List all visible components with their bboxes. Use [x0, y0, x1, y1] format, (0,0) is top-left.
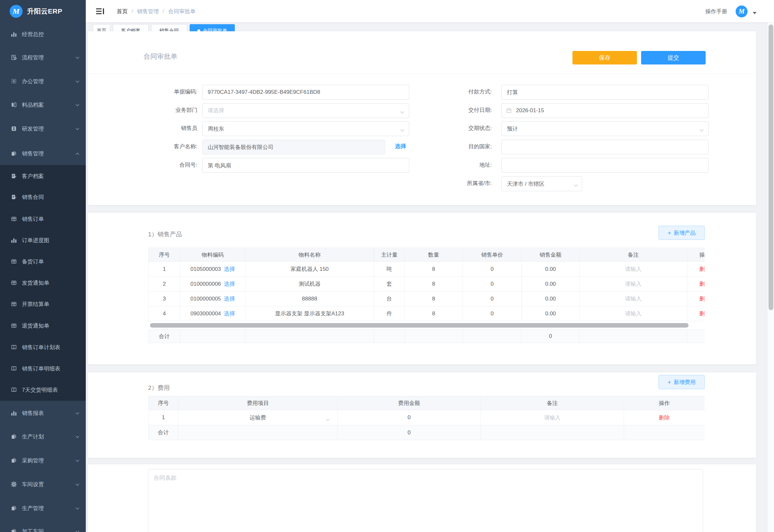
tab-home[interactable]: 首页 [93, 24, 110, 32]
manual-link[interactable]: 操作手册 [705, 8, 727, 15]
breadcrumb-sales-mgmt[interactable]: 销售管理 [137, 8, 159, 15]
sidebar-item-invoicing-settlement[interactable]: 开票结算单 [0, 295, 86, 313]
cell-price[interactable]: 0 [463, 291, 522, 306]
col-seq: 序号 [149, 396, 178, 410]
cell-qty[interactable]: 8 [405, 277, 463, 291]
select-material-link[interactable]: 选择 [224, 296, 235, 302]
sidebar-item-sales-mgmt[interactable]: 销售管理 [0, 143, 86, 163]
cell-remark[interactable]: 请输入 [580, 277, 687, 291]
add-product-button[interactable]: + 新增产品 [659, 226, 705, 240]
user-menu-caret-icon[interactable] [753, 12, 757, 14]
sidebar-item-label: 退货通知单 [22, 322, 49, 330]
delete-row-link[interactable]: 删除 [700, 296, 705, 302]
sidebar-item-workshop-settings[interactable]: 车间设置 [0, 475, 86, 493]
sidebar-item-production-mgmt[interactable]: 生产管理 [0, 499, 86, 517]
sidebar-item-label: 经营总控 [22, 31, 44, 38]
save-button[interactable]: 保存 [572, 51, 637, 64]
delete-row-link[interactable]: 删除 [700, 266, 705, 272]
dest-country-input[interactable] [502, 140, 708, 154]
sidebar-item-shipping-notice[interactable]: 发货通知单 [0, 274, 86, 292]
contract-approval-form-card: 合同审批单 保存 提交 单据编码: 业务部门 销售员 客户名称: 选择 合同号:… [88, 31, 756, 205]
add-fee-button[interactable]: + 新增费用 [659, 375, 705, 389]
collapse-sidebar-icon[interactable] [96, 8, 105, 15]
sidebar-item-processing-workshop[interactable]: 加工车间 [0, 522, 86, 532]
col-fee-amount: 费用金额 [338, 396, 481, 410]
sidebar-item-sales-report[interactable]: 销售报表 [0, 404, 86, 422]
dest-country-label: 目的国家: [421, 140, 492, 154]
cell-remark[interactable]: 请输入 [580, 291, 687, 306]
table-grid-icon [11, 301, 17, 307]
sidebar-item-rnd-mgmt[interactable]: 研发管理 [0, 120, 86, 138]
submit-button[interactable]: 提交 [641, 51, 706, 64]
cell-fee-amount[interactable]: 0 [338, 410, 481, 425]
sidebar-item-return-notice[interactable]: 退货通知单 [0, 317, 86, 335]
contract-no-label: 合同号: [126, 158, 197, 172]
sidebar-item-label: 办公管理 [22, 78, 44, 85]
horizontal-scrollbar-thumb[interactable] [150, 323, 689, 328]
doc-code-input[interactable] [203, 85, 409, 99]
breadcrumb-home[interactable]: 首页 [117, 8, 128, 15]
select-material-link[interactable]: 选择 [224, 310, 235, 317]
cell-seq: 2 [149, 277, 180, 291]
delivery-status-select[interactable] [502, 122, 708, 136]
cell-qty[interactable]: 8 [405, 291, 463, 306]
sidebar-item-production-plan[interactable]: 生产计划 [0, 428, 86, 446]
chevron-down-icon [75, 528, 79, 532]
sidebar-item-process-mgmt[interactable]: 流程管理 [0, 48, 86, 66]
material-code: 0100000005 [191, 296, 221, 302]
sidebar-item-order-progress[interactable]: 订单进度图 [0, 231, 86, 249]
sidebar-item-label: 研发管理 [22, 125, 44, 133]
customer-input[interactable] [203, 140, 385, 154]
province-select[interactable] [502, 177, 582, 191]
customer-field [202, 140, 385, 154]
cell-fee-item[interactable]: 运输费 [178, 410, 338, 425]
tab-contract-approval[interactable]: 合同审批单 [190, 24, 235, 32]
delete-row-link[interactable]: 删除 [659, 415, 670, 421]
table-grid-icon [11, 323, 17, 329]
remark-placeholder: 请输入 [625, 266, 641, 272]
gear-icon [11, 481, 17, 487]
col-material-code: 物料编码 [180, 248, 245, 262]
sidebar-item-office-mgmt[interactable]: 办公管理 [0, 72, 86, 90]
delete-row-link[interactable]: 删除 [700, 310, 705, 317]
cell-price[interactable]: 0 [463, 262, 522, 277]
contract-no-input[interactable] [203, 158, 409, 172]
open-book-icon [11, 366, 17, 371]
sidebar-item-sales-order-plan[interactable]: 销售订单计划表 [0, 338, 86, 356]
open-book-icon [11, 344, 17, 350]
sidebar-item-sales-order[interactable]: 销售订单 [0, 210, 86, 228]
select-material-link[interactable]: 选择 [224, 281, 235, 287]
sidebar-item-sales-contract[interactable]: 销售合同 [0, 188, 86, 206]
tab-customer-archives[interactable]: 客户档案 [113, 24, 149, 32]
avatar[interactable]: M [736, 5, 748, 17]
sidebar-item-material-archives[interactable]: 料品档案 [0, 96, 86, 114]
sidebar-item-sales-order-detail[interactable]: 销售订单明细表 [0, 360, 86, 378]
sidebar-item-customer-archives[interactable]: 客户档案 [0, 167, 86, 185]
department-select[interactable] [203, 103, 409, 118]
cell-price[interactable]: 0 [463, 277, 522, 291]
cell-remark[interactable]: 请输入 [481, 410, 624, 425]
salesman-select[interactable] [203, 122, 409, 136]
sidebar-item-stock-prep-order[interactable]: 备货订单 [0, 252, 86, 271]
cell-remark[interactable]: 请输入 [580, 306, 687, 321]
province-label: 所属省/市: [421, 176, 492, 191]
contract-terms-textarea[interactable] [148, 469, 703, 532]
sidebar-item-business-overview[interactable]: 经营总控 [0, 25, 86, 43]
delete-row-link[interactable]: 删除 [700, 281, 705, 287]
delivery-date-input[interactable] [502, 103, 708, 118]
folder-book-icon [11, 102, 17, 108]
sidebar-item-label: 销售报表 [22, 409, 44, 417]
sidebar-item-label: 采购管理 [22, 457, 44, 464]
sidebar-item-seven-day-delivery[interactable]: 7天交货明细表 [0, 381, 86, 399]
sidebar-item-purchase-mgmt[interactable]: 采购管理 [0, 451, 86, 469]
cell-qty[interactable]: 8 [405, 306, 463, 321]
tab-sales-contract[interactable]: 销售合同 [151, 24, 187, 32]
select-material-link[interactable]: 选择 [224, 266, 235, 272]
address-input[interactable] [502, 158, 708, 172]
cell-qty[interactable]: 8 [405, 262, 463, 277]
customer-select-link[interactable]: 选择 [395, 143, 406, 150]
cell-remark[interactable]: 请输入 [580, 262, 687, 277]
vertical-scrollbar-thumb[interactable] [769, 25, 773, 310]
payment-input[interactable] [502, 85, 708, 99]
cell-price[interactable]: 0 [463, 306, 522, 321]
